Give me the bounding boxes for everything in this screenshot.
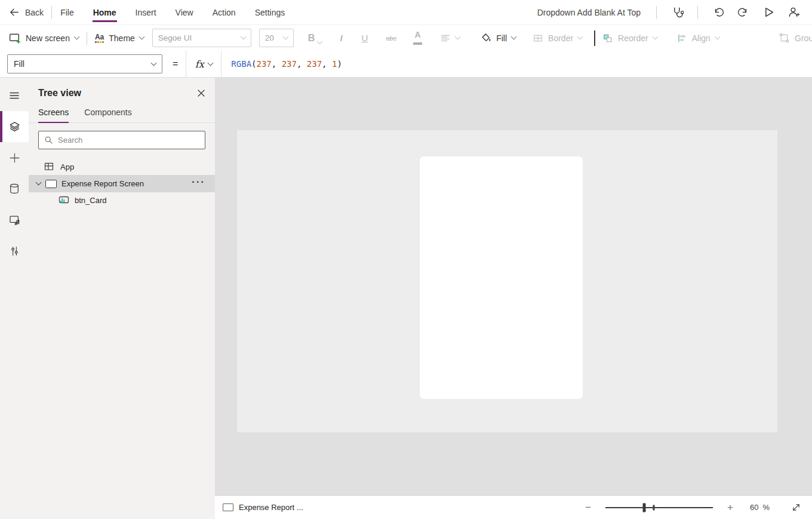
button-control-icon [58,195,70,206]
search-input[interactable] [58,136,199,145]
back-button[interactable]: Back [8,7,44,18]
chevron-down-icon [282,34,288,40]
chevron-down-icon [577,34,583,40]
chevron-down-icon [652,34,658,40]
expand-diagonal-icon [791,502,801,512]
screen-icon [45,180,57,188]
property-select[interactable]: Fill [7,54,162,73]
menu-file[interactable]: File [60,0,75,25]
collapse-menu-button[interactable] [0,80,29,111]
menu-insert[interactable]: Insert [135,0,157,25]
formula-paren: ( [251,59,256,69]
theme-button[interactable]: Aa Theme [95,33,144,43]
rail-media-button[interactable] [0,204,29,235]
zoom-controls: − + 60 % [585,502,801,512]
formula-number: 237 [282,59,297,69]
fill-button[interactable]: Fill [480,32,516,44]
group-button[interactable]: Group [779,25,812,51]
font-family-value: Segoe UI [158,33,192,42]
font-family-select[interactable]: Segoe UI [152,29,251,47]
zoom-out-button[interactable]: − [585,502,591,512]
undo-button[interactable] [708,2,728,23]
align-button[interactable]: Align [676,33,719,44]
menu-settings[interactable]: Settings [254,0,286,25]
tree-view-layers-icon [8,121,21,133]
font-color-button[interactable]: A [413,31,422,45]
bold-button[interactable]: B [308,33,322,44]
environment-label: Dropdown Add Blank At Top [537,8,641,17]
italic-label: I [340,33,342,43]
rail-tree-view-button[interactable] [0,111,29,142]
left-rail [0,78,29,519]
tab-screens[interactable]: Screens [38,108,69,122]
strikethrough-button[interactable]: abc [386,35,396,42]
chevron-down-icon [139,34,144,40]
italic-button[interactable]: I [340,33,342,43]
fit-to-window-button[interactable] [791,502,801,512]
tree-item-button-card[interactable]: btn_Card [29,192,215,208]
font-size-select[interactable]: 20 [259,29,294,47]
screen-icon [223,503,233,511]
formula-number: 237 [257,59,272,69]
more-options-button[interactable]: ··· [192,176,205,188]
chevron-down-icon [714,34,720,40]
app-icon [44,161,54,172]
formula-comma: , [297,59,307,69]
align-objects-icon [676,33,687,44]
current-screen-indicator[interactable]: Expense Report ... [223,503,303,512]
property-value: Fill [14,59,24,69]
chevron-down-icon [240,34,246,40]
database-icon [8,183,20,195]
search-icon [44,136,53,145]
panel-title: Tree view [38,88,81,99]
border-icon [533,33,543,44]
canvas-card[interactable] [420,156,583,399]
new-screen-button[interactable]: New screen [8,32,79,44]
canvas-workspace: Expense Report ... − + 60 % [215,78,812,519]
text-align-button[interactable] [440,33,460,44]
chevron-down-icon[interactable] [36,179,42,185]
redo-button[interactable] [733,2,753,23]
tab-components[interactable]: Components [84,108,131,122]
rail-advanced-tools-button[interactable] [0,235,29,266]
menu-action[interactable]: Action [212,0,236,25]
tree-search-box[interactable] [38,131,205,149]
tree-item-label: App [60,162,74,171]
chevron-down-icon [455,34,461,40]
menu-view[interactable]: View [175,0,194,25]
close-icon[interactable] [197,89,205,97]
fx-dropdown[interactable]: fx [186,51,222,78]
reorder-icon [602,33,613,44]
chevron-down-icon [511,34,517,40]
zoom-slider[interactable] [605,507,713,508]
zoom-in-button[interactable]: + [727,502,733,512]
screen-canvas[interactable] [237,130,777,432]
app-checker-button[interactable] [667,2,687,23]
ribbon-toolbar: New screen Aa Theme Segoe UI 20 B [0,25,812,51]
reorder-button[interactable]: Reorder [602,33,657,44]
group-label: Group [795,33,812,43]
play-preview-button[interactable] [758,2,779,23]
theme-label: Theme [109,33,135,43]
menubar-right: Dropdown Add Blank At Top [537,2,806,23]
reorder-label: Reorder [618,33,648,43]
zoom-slider-thumb[interactable] [642,503,645,512]
formula-input[interactable]: RGBA(237, 237, 237, 1) [231,59,342,69]
equals-sign: = [173,59,178,69]
rail-data-button[interactable] [0,173,29,204]
formula-function: RGBA [231,59,251,69]
underline-button[interactable]: U [362,33,368,43]
tree-item-app[interactable]: App [29,158,215,175]
tree-item-screen-selected[interactable]: Expense Report Screen ··· [29,175,215,192]
share-button[interactable] [783,2,804,23]
font-color-swatch [413,42,422,45]
font-size-value: 20 [265,33,274,42]
menu-home[interactable]: Home [93,0,117,25]
menubar: Back File Home Insert View Action Settin… [0,0,812,25]
divider [51,6,52,19]
fill-bucket-icon [480,32,491,44]
fx-icon: fx [195,59,204,70]
rail-insert-button[interactable] [0,142,29,173]
border-button[interactable]: Border [533,33,582,44]
formula-comma: , [272,59,282,69]
